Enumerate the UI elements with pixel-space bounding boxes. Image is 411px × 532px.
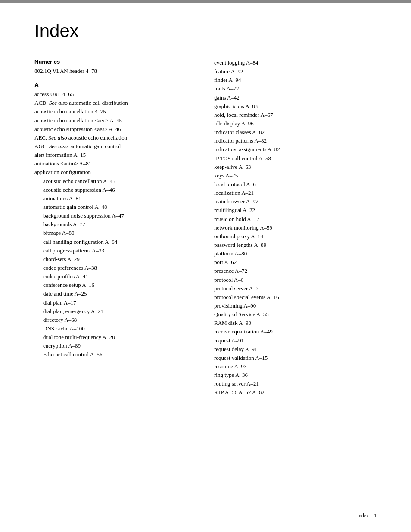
index-columns: Numerics 802.1Q VLAN header 4–78 A acces… [34,59,377,397]
entry-main-browser: main browser A–97 [214,197,377,206]
entry-app-call-handling: call handling configuration A–64 [34,238,197,246]
entry-resource: resource A–93 [214,362,377,371]
entry-protocol-server: protocol server A–7 [214,284,377,293]
entry-presence: presence A–72 [214,267,377,275]
entry-ip-tos: IP TOS call control A–58 [214,154,377,163]
entry-app-chord-sets: chord-sets A–29 [34,255,197,264]
entry-acoustic-echo-aec: acoustic echo cancellation <aec> A–45 [34,116,197,125]
entry-fonts: fonts A–72 [214,84,377,93]
entry-acd: ACD. See also automatic call distributio… [34,99,197,107]
page-title: Index [34,21,377,41]
entry-routing-server: routing server A–21 [214,380,377,388]
entry-app-agc: automatic gain control A–48 [34,203,197,212]
entry-app-bgn: background noise suppression A–47 [34,212,197,220]
entry-request-delay: request delay A–91 [214,345,377,354]
entry-app-config: application configuration [34,168,197,177]
entry-app-bitmaps: bitmaps A–80 [34,229,197,237]
entry-ring-type: ring type A–36 [214,371,377,380]
entry-aec: AEC. See also acoustic echo cancellation [34,134,197,142]
entry-rtp: RTP A–56 A–57 A–62 [214,388,377,397]
entry-app-dial-plan-emergency: dial plan, emergency A–21 [34,307,197,316]
entry-platform: platform A–80 [214,249,377,258]
see-also-agc: See also [49,143,68,149]
top-bar [0,0,411,3]
entry-ram-disk: RAM disk A–90 [214,319,377,327]
entry-network-monitoring: network monitoring A–59 [214,224,377,232]
entry-app-ethernet: Ethernet call control A–56 [34,350,197,359]
entry-app-encryption: encryption A–89 [34,342,197,350]
entry-receive-eq: receive equalization A–49 [214,327,377,336]
right-column: event logging A–84 feature A–92 finder A… [214,59,377,397]
entry-event-logging: event logging A–84 [214,59,377,67]
page-footer: Index – 1 [357,513,377,519]
entry-qos: Quality of Service A–55 [214,310,377,319]
entry-app-call-progress: call progress patterns A–33 [34,246,197,255]
entry-acoustic-echo-aes: acoustic echo suppression <aes> A–46 [34,125,197,134]
entry-gains: gains A–42 [214,93,377,102]
see-also-acd: See also [49,100,68,106]
entry-request: request A–91 [214,336,377,345]
entry-port: port A–62 [214,258,377,267]
entry-provisioning: provisioning A–90 [214,302,377,310]
entry-idle-display: idle display A–96 [214,119,377,128]
entry-localization: localization A–21 [214,189,377,197]
entry-multilingual: multilingual A–22 [214,206,377,215]
entry-music-on-hold: music on hold A–17 [214,215,377,224]
content-area: Index Numerics 802.1Q VLAN header 4–78 A… [0,3,411,423]
entry-access-url: access URL 4–65 [34,90,197,99]
entry-acoustic-echo-cancellation-475: acoustic echo cancellation 4–75 [34,107,197,116]
entry-app-dtmf: dual tone multi-frequency A–28 [34,333,197,342]
entry-password-lengths: password lengths A–89 [214,241,377,249]
entry-protocol-special: protocol special events A–16 [214,293,377,302]
page-container: Index Numerics 802.1Q VLAN header 4–78 A… [0,0,411,532]
entry-app-acoustic-cancel: acoustic echo cancellation A–45 [34,177,197,186]
entry-app-date-time: date and time A–25 [34,289,197,298]
entry-indicators-assignments: indicators, assignments A–82 [214,145,377,154]
entry-keys: keys A–75 [214,171,377,180]
entry-keep-alive: keep-alive A–63 [214,163,377,171]
letter-a: A [34,81,197,88]
entry-app-codec-pref: codec preferences A–38 [34,264,197,272]
entry-app-animations: animations A–81 [34,194,197,203]
entry-app-backgrounds: backgrounds A–77 [34,220,197,229]
entry-indicator-patterns: indicator patterns A–82 [214,137,377,145]
entry-802: 802.1Q VLAN header 4–78 [34,67,197,75]
section-numerics: Numerics [34,59,197,65]
entry-indicator-classes: indicator classes A–82 [214,128,377,137]
entry-app-dns: DNS cache A–100 [34,324,197,333]
entry-app-directory: directory A–68 [34,316,197,324]
entry-hold: hold, local reminder A–67 [214,111,377,119]
left-column: Numerics 802.1Q VLAN header 4–78 A acces… [34,59,197,359]
entry-agc: AGC. See also automatic gain control [34,142,197,151]
entry-app-codec-prof: codec profiles A–41 [34,272,197,281]
entry-finder: finder A–94 [214,76,377,84]
entry-app-acoustic-suppress: acoustic echo suppression A–46 [34,186,197,194]
entry-outbound-proxy: outbound proxy A–14 [214,232,377,241]
entry-local-protocol: local protocol A–6 [214,180,377,189]
entry-graphic-icons: graphic icons A–83 [214,102,377,111]
entry-protocol: protocol A–6 [214,276,377,284]
entry-request-validation: request validation A–15 [214,354,377,362]
see-also-aec: See also [49,134,67,141]
footer-text: Index – 1 [357,513,377,519]
entry-animations: animations <anim> A–81 [34,159,197,168]
entry-app-dial-plan: dial plan A–17 [34,299,197,307]
entry-app-conference: conference setup A–16 [34,281,197,289]
entry-feature: feature A–92 [214,67,377,76]
entry-alert: alert information A–15 [34,151,197,159]
